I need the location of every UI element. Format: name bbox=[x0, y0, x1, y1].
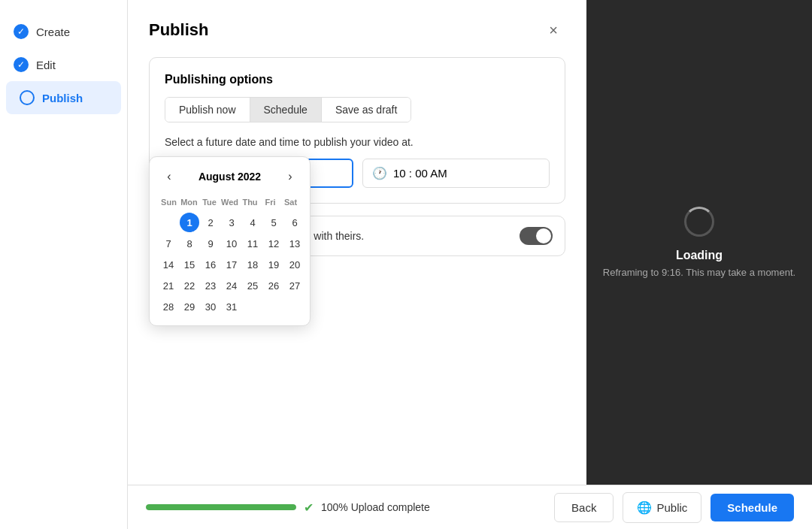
day-label-tue: Tue bbox=[199, 195, 220, 210]
progress-bar-wrap bbox=[146, 504, 296, 510]
calendar-day-8[interactable]: 8 bbox=[180, 234, 199, 253]
calendar-day-18[interactable]: 18 bbox=[243, 255, 262, 274]
publishing-tab-row: Publish now Schedule Save as draft bbox=[165, 97, 411, 122]
sidebar: ✓ Create ✓ Edit Publish bbox=[0, 0, 128, 529]
schedule-button[interactable]: Schedule bbox=[710, 494, 794, 521]
calendar-day-25[interactable]: 25 bbox=[243, 276, 262, 295]
back-button[interactable]: Back bbox=[554, 493, 614, 522]
sidebar-item-create-label: Create bbox=[36, 26, 70, 38]
day-label-thu: Thu bbox=[240, 195, 260, 210]
day-label-fri: Fri bbox=[260, 195, 280, 210]
circle-icon-publish bbox=[20, 90, 35, 105]
calendar-day-20[interactable]: 20 bbox=[285, 255, 304, 274]
day-label-sun: Sun bbox=[159, 195, 179, 210]
schedule-description: Select a future date and time to publish… bbox=[165, 136, 550, 148]
loading-text: Loading bbox=[676, 249, 723, 262]
modal-title: Publish bbox=[149, 20, 208, 40]
time-input[interactable] bbox=[393, 167, 540, 180]
calendar-day-4[interactable]: 4 bbox=[243, 213, 262, 232]
calendar-day-1[interactable]: 1 bbox=[180, 213, 199, 232]
check-icon-edit: ✓ bbox=[14, 57, 29, 72]
public-label: Public bbox=[656, 501, 687, 514]
tab-schedule[interactable]: Schedule bbox=[250, 98, 322, 122]
calendar-days-header: Sun Mon Tue Wed Thu Fri Sat bbox=[159, 195, 301, 210]
globe-icon: 🌐 bbox=[637, 500, 652, 515]
footer-right: Back 🌐 Public Schedule bbox=[554, 492, 794, 523]
calendar-prev-button[interactable]: ‹ bbox=[159, 166, 180, 187]
time-input-wrap[interactable]: 🕐 bbox=[362, 159, 550, 188]
sidebar-item-edit[interactable]: ✓ Edit bbox=[0, 48, 127, 81]
toggle-knob bbox=[536, 228, 551, 243]
calendar-day-21[interactable]: 21 bbox=[159, 276, 178, 295]
toggle-collab[interactable] bbox=[520, 227, 553, 245]
progress-area: ✔ 100% Upload complete bbox=[146, 500, 430, 515]
calendar-day-12[interactable]: 12 bbox=[264, 234, 283, 253]
sidebar-item-publish-label: Publish bbox=[42, 92, 83, 104]
tab-save-draft[interactable]: Save as draft bbox=[322, 98, 411, 122]
calendar-day-3[interactable]: 3 bbox=[222, 213, 241, 232]
modal: Publish × Publishing options Publish now… bbox=[128, 0, 812, 485]
calendar-day-10[interactable]: 10 bbox=[222, 234, 241, 253]
calendar-days-grid: 1234567891011121314151617181920212223242… bbox=[159, 213, 301, 316]
main-content: Publish × Publishing options Publish now… bbox=[128, 0, 812, 529]
modal-right-panel: Loading Reframing to 9:16. This may take… bbox=[586, 0, 812, 485]
progress-bar-fill bbox=[146, 504, 296, 510]
progress-label: 100% Upload complete bbox=[321, 501, 430, 513]
clock-icon: 🕐 bbox=[372, 166, 387, 180]
calendar-day-26[interactable]: 26 bbox=[264, 276, 283, 295]
calendar-day-9[interactable]: 9 bbox=[201, 234, 220, 253]
footer: ✔ 100% Upload complete Back 🌐 Public Sch… bbox=[128, 485, 812, 529]
calendar-day-29[interactable]: 29 bbox=[180, 297, 199, 316]
calendar-day-15[interactable]: 15 bbox=[180, 255, 199, 274]
check-icon-create: ✓ bbox=[14, 24, 29, 39]
calendar-month-year: August 2022 bbox=[198, 171, 261, 183]
calendar-day-5[interactable]: 5 bbox=[264, 213, 283, 232]
close-button[interactable]: × bbox=[541, 18, 565, 42]
calendar-day-11[interactable]: 11 bbox=[243, 234, 262, 253]
loading-spinner bbox=[684, 207, 714, 237]
calendar-day-24[interactable]: 24 bbox=[222, 276, 241, 295]
public-button[interactable]: 🌐 Public bbox=[623, 492, 701, 523]
calendar-day-2[interactable]: 2 bbox=[201, 213, 220, 232]
calendar-day-13[interactable]: 13 bbox=[285, 234, 304, 253]
modal-left-panel: Publish × Publishing options Publish now… bbox=[128, 0, 586, 485]
calendar-dropdown: ‹ August 2022 › Sun Mon Tue Wed Thu Fri … bbox=[149, 156, 311, 326]
tab-publish-now[interactable]: Publish now bbox=[165, 98, 250, 122]
calendar-day-23[interactable]: 23 bbox=[201, 276, 220, 295]
calendar-day-31[interactable]: 31 bbox=[222, 297, 241, 316]
day-label-sat: Sat bbox=[280, 195, 301, 210]
calendar-day-28[interactable]: 28 bbox=[159, 297, 178, 316]
calendar-day-6[interactable]: 6 bbox=[285, 213, 304, 232]
day-label-mon: Mon bbox=[179, 195, 199, 210]
modal-header: Publish × bbox=[149, 18, 565, 42]
progress-check-icon: ✔ bbox=[304, 500, 314, 515]
loading-sub-text: Reframing to 9:16. This may take a momen… bbox=[603, 267, 795, 278]
calendar-day-17[interactable]: 17 bbox=[222, 255, 241, 274]
day-label-wed: Wed bbox=[220, 195, 240, 210]
calendar-day-16[interactable]: 16 bbox=[201, 255, 220, 274]
sidebar-item-publish[interactable]: Publish bbox=[6, 81, 121, 114]
calendar-nav: ‹ August 2022 › bbox=[159, 166, 301, 187]
sidebar-item-create[interactable]: ✓ Create bbox=[0, 15, 127, 48]
publishing-options-title: Publishing options bbox=[165, 73, 550, 86]
calendar-day-22[interactable]: 22 bbox=[180, 276, 199, 295]
calendar-day-14[interactable]: 14 bbox=[159, 255, 178, 274]
calendar-next-button[interactable]: › bbox=[280, 166, 301, 187]
calendar-day-7[interactable]: 7 bbox=[159, 234, 178, 253]
calendar-day-27[interactable]: 27 bbox=[285, 276, 304, 295]
sidebar-item-edit-label: Edit bbox=[36, 59, 56, 71]
calendar-day-30[interactable]: 30 bbox=[201, 297, 220, 316]
calendar-day-19[interactable]: 19 bbox=[264, 255, 283, 274]
